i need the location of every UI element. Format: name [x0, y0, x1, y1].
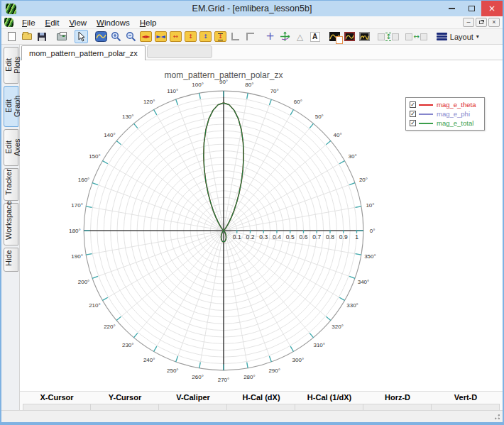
sidebar-tab-workspace[interactable]: Workspace: [4, 203, 18, 245]
toolbar-separator: [49, 30, 54, 43]
chart-title: mom_pattern_pattern_polar_zx: [165, 70, 283, 80]
toolbar-separator: [89, 30, 94, 43]
readout-header-v-caliper: V-Caliper: [159, 393, 227, 403]
match-width-button[interactable]: ↔: [405, 30, 427, 43]
tab-empty[interactable]: [147, 45, 212, 58]
menu-item-view[interactable]: View: [64, 18, 92, 28]
angle-label: 120°: [143, 99, 155, 105]
menu-item-edit[interactable]: Edit: [40, 18, 65, 28]
menu-item-help[interactable]: Help: [135, 18, 162, 28]
sidebar-tab-edit-graph[interactable]: Edit Graph: [4, 86, 18, 127]
angle-label: 100°: [192, 82, 204, 88]
mdi-restore-button[interactable]: [476, 18, 487, 27]
angle-label: 200°: [78, 279, 90, 285]
readout-headers: X-CursorY-CursorV-CaliperH-Cal (dX)H-Cal…: [23, 393, 500, 403]
angle-label: 320°: [332, 324, 344, 330]
sidebar-tab-edit-plots[interactable]: Edit Plots: [4, 47, 18, 84]
copy-plot-icon: [329, 32, 340, 41]
angle-label: 50°: [315, 114, 324, 120]
window-controls: ×: [442, 1, 503, 16]
app-window: EM.Grid - [emlibera_lesson5b] × FileEdit…: [0, 0, 504, 425]
shrink-y-button[interactable]: ↕: [199, 30, 212, 43]
shrink-x-button[interactable]: ►◄: [154, 30, 168, 43]
print-button[interactable]: [55, 30, 68, 43]
open-file-button[interactable]: [20, 30, 33, 43]
restore-icon: [479, 21, 483, 24]
menu-item-windows[interactable]: Windows: [92, 18, 135, 28]
fit-view-button[interactable]: [94, 30, 108, 43]
legend-checkbox-mag_e_phi[interactable]: ✓: [410, 111, 416, 117]
mdi-close-button[interactable]: ×: [488, 18, 500, 27]
legend-checkbox-mag_e_total[interactable]: ✓: [410, 120, 416, 126]
legend-label: mag_e_phi: [437, 110, 470, 118]
printer-icon: [57, 33, 67, 40]
sidebar-tab-edit-axes[interactable]: Edit Axes: [4, 129, 18, 166]
zoom-in-button[interactable]: [109, 30, 123, 43]
toolbar-separator: [258, 30, 263, 43]
copy-plot-button[interactable]: [328, 30, 341, 43]
center-x-button[interactable]: ↔: [169, 30, 182, 43]
expand-y-button[interactable]: ↕: [184, 30, 197, 43]
tab-active-plot[interactable]: mom_pattern_pattern_polar_zx: [21, 45, 146, 60]
angle-label: 350°: [364, 253, 376, 260]
new-file-icon: [8, 32, 16, 41]
tracker-axes-button[interactable]: [278, 30, 292, 43]
legend-checkbox-mag_e_theta[interactable]: ✓: [410, 101, 416, 108]
sidebar-tab-tracker[interactable]: Tracker: [4, 168, 18, 201]
expand-x-button[interactable]: ◄►: [139, 30, 153, 43]
match-height-icon: ↕: [378, 33, 399, 41]
save-file-button[interactable]: [35, 30, 48, 43]
readout-header-vert-d: Vert-D: [432, 393, 500, 403]
legend[interactable]: ✓mag_e_theta✓mag_e_phi✓mag_e_total: [405, 97, 485, 131]
angle-label: 220°: [104, 324, 116, 330]
maximize-button[interactable]: [461, 1, 481, 16]
menu-item-file[interactable]: File: [17, 18, 40, 28]
pointer-arrow-icon: [77, 31, 86, 42]
corner-upper-button[interactable]: [243, 30, 257, 43]
angle-label: 10°: [366, 202, 374, 209]
toolbar: ◄►►◄↔↕↕↕+△A↕↔Layout▾: [1, 29, 503, 45]
menubar: FileEditViewWindowsHelp – ×: [1, 16, 503, 29]
readout-header-horz-d: Horz-D: [363, 393, 432, 403]
angle-label: 330°: [346, 302, 358, 309]
radial-tick-label: 0.3: [259, 233, 268, 241]
expand-y-icon: ↕: [185, 31, 197, 42]
layout-dropdown-button[interactable]: Layout▾: [434, 30, 482, 43]
close-button[interactable]: ×: [481, 1, 503, 16]
tracker-axes-icon: [280, 31, 290, 42]
zoom-in-icon: [111, 31, 121, 42]
match-height-button[interactable]: ↕: [378, 30, 399, 43]
radial-tick-label: 0.2: [246, 233, 255, 241]
new-file-button[interactable]: [5, 30, 18, 43]
content-area: mom_pattern_pattern_polar_zx mom_pattern…: [20, 45, 503, 410]
angle-label: 270°: [218, 377, 230, 383]
status-bar: [1, 410, 503, 422]
angle-label: 160°: [78, 177, 90, 183]
plot-style-curves-icon: [359, 32, 370, 41]
add-marker-button[interactable]: +: [263, 30, 277, 43]
save-floppy-icon: [38, 33, 46, 41]
resize-grip[interactable]: [494, 414, 500, 420]
angle-label: 190°: [71, 253, 83, 260]
angle-label: 80°: [245, 82, 253, 88]
plot-style-curves-button[interactable]: [358, 30, 371, 43]
mdi-minimize-button[interactable]: –: [463, 18, 474, 27]
sidebar-tab-hide[interactable]: Hide: [4, 248, 18, 272]
plot-style-dark-button[interactable]: [343, 30, 356, 43]
center-y-button[interactable]: ↕: [214, 30, 227, 43]
legend-row-mag_e_total: ✓mag_e_total: [410, 118, 481, 128]
pointer-select-button[interactable]: [75, 30, 88, 43]
triangle-marker-button[interactable]: △: [293, 30, 307, 43]
angle-label: 40°: [334, 132, 342, 138]
shrink-x-icon: ►◄: [155, 31, 167, 42]
legend-line-sample: [419, 123, 433, 124]
text-annotation-button[interactable]: A: [308, 30, 322, 43]
corner-lower-button[interactable]: [229, 30, 242, 43]
toolbar-separator: [372, 30, 377, 43]
angle-label: 240°: [143, 357, 155, 363]
zoom-out-button[interactable]: [124, 30, 138, 43]
minimize-button[interactable]: [442, 1, 461, 16]
toolbar-separator: [69, 30, 74, 43]
sidebar: Edit PlotsEdit GraphEdit AxesTrackerWork…: [1, 45, 20, 410]
toolbar-separator: [400, 30, 405, 43]
